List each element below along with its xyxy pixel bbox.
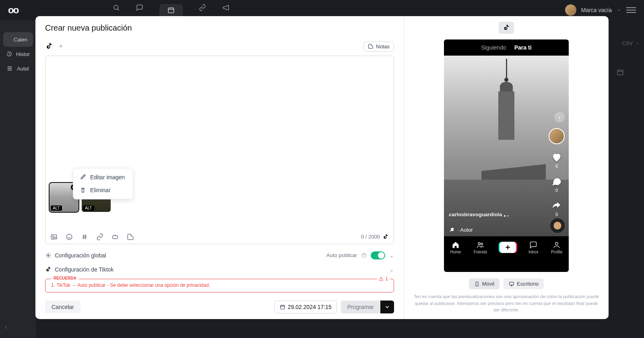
preview-network-tab[interactable] xyxy=(499,22,514,34)
preview-nav-home: Home xyxy=(450,241,461,254)
preview-nav-profile: Profile xyxy=(551,241,562,254)
hashtag-icon[interactable] xyxy=(81,233,88,241)
note-icon xyxy=(368,44,374,49)
chevron-down-icon xyxy=(384,304,390,310)
tiktok-icon xyxy=(45,266,52,273)
svg-point-15 xyxy=(555,242,558,245)
schedule-date-button[interactable]: 29.02.2024 17:15 xyxy=(275,301,337,313)
alt-badge[interactable]: ALT xyxy=(51,205,62,211)
svg-point-5 xyxy=(52,236,54,237)
svg-rect-17 xyxy=(510,282,514,285)
notes-label: Notas xyxy=(376,44,390,50)
delete-image-menuitem[interactable]: Eliminar xyxy=(73,184,133,197)
warning-label: RECUERDA xyxy=(51,276,79,280)
svg-rect-10 xyxy=(281,305,285,309)
post-textarea[interactable]: Editar imagen Eliminar ••• ALT xyxy=(45,56,394,230)
preview-music: · Autor xyxy=(449,227,473,233)
tiktok-icon xyxy=(382,234,389,240)
music-icon xyxy=(449,227,454,232)
autopublish-toggle[interactable] xyxy=(371,251,385,259)
cancel-button[interactable]: Cancelar xyxy=(45,301,80,313)
mobile-view-button[interactable]: Móvil xyxy=(469,278,500,289)
warning-count: 1 xyxy=(377,276,390,282)
preview-disc xyxy=(550,218,565,233)
tiktok-icon xyxy=(503,24,510,31)
preview-following-tab: Siguiendo xyxy=(481,44,506,51)
phone-preview: Siguiendo Para ti › xyxy=(444,39,569,272)
ai-icon[interactable] xyxy=(111,233,119,241)
autopub-label: Auto publicar xyxy=(326,252,357,258)
calendar-icon xyxy=(280,304,285,310)
svg-point-8 xyxy=(47,255,49,256)
desktop-icon xyxy=(509,281,514,287)
tiktok-icon[interactable] xyxy=(45,42,53,50)
edit-image-menuitem[interactable]: Editar imagen xyxy=(73,171,133,184)
create-post-modal: Crear nueva publicación + Notas xyxy=(35,16,609,319)
modal-title: Crear nueva publicación xyxy=(45,23,394,33)
tiktok-config-row[interactable]: Configuración de Tiktok ⌄ xyxy=(45,263,394,276)
global-config-row[interactable]: Configuración global Auto publicar ⌄ xyxy=(45,248,394,263)
edit-icon xyxy=(80,174,86,180)
notes-button[interactable]: Notas xyxy=(363,41,394,52)
chevron-down-icon[interactable]: ⌄ xyxy=(389,266,394,273)
media-icon[interactable] xyxy=(50,233,58,241)
help-icon[interactable] xyxy=(361,253,367,258)
preview-nav-friends: Friends xyxy=(474,241,487,254)
svg-point-12 xyxy=(452,230,453,231)
preview-nav-inbox: Inbox xyxy=(528,241,538,254)
svg-point-11 xyxy=(450,230,451,231)
preview-avatar xyxy=(549,128,565,144)
trash-icon xyxy=(80,187,86,193)
mobile-icon xyxy=(474,281,480,287)
warning-text: 1. TikTok → Auto publicar - Se debe sele… xyxy=(51,282,388,288)
add-network-button[interactable]: + xyxy=(59,42,63,51)
gear-icon xyxy=(45,252,52,259)
comment-icon: 0 xyxy=(551,176,562,193)
preview-disclaimer: Ten en cuenta que las previsualizaciones… xyxy=(414,293,599,313)
share-icon: 0 xyxy=(551,200,562,217)
template-icon[interactable] xyxy=(127,233,134,241)
image-context-menu: Editar imagen Eliminar xyxy=(73,168,133,199)
schedule-button[interactable]: Programar xyxy=(341,301,380,313)
char-counter: 0 / 2000 xyxy=(361,234,380,240)
preview-username: carlosbravoguardiola xyxy=(449,212,502,218)
emoji-icon[interactable] xyxy=(66,233,73,241)
chevron-down-icon[interactable]: ⌄ xyxy=(389,252,394,259)
svg-point-13 xyxy=(478,243,480,245)
preview-foryou-tab: Para ti xyxy=(514,44,532,51)
like-icon: 0 xyxy=(551,151,562,168)
svg-point-14 xyxy=(481,243,483,245)
next-slide-icon: › xyxy=(554,112,565,122)
alt-badge[interactable]: ALT xyxy=(83,205,94,211)
link-icon[interactable] xyxy=(96,233,103,241)
svg-rect-7 xyxy=(113,236,118,239)
alert-icon xyxy=(379,276,384,281)
svg-point-6 xyxy=(66,234,72,240)
schedule-dropdown-button[interactable] xyxy=(380,301,394,313)
preview-nav-add: + xyxy=(500,242,516,253)
warning-banner: RECUERDA 1 1. TikTok → Auto publicar - S… xyxy=(45,279,394,292)
desktop-view-button[interactable]: Escritorio xyxy=(504,278,544,289)
preview-image xyxy=(498,59,514,139)
